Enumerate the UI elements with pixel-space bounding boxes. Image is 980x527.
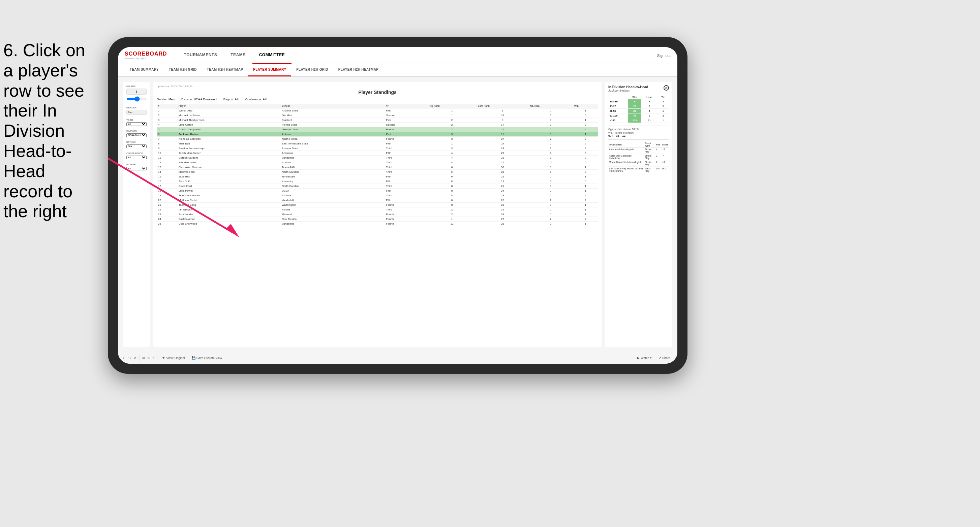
conference-select[interactable]: All SEC ACC [126,156,146,159]
table-row[interactable]: 15 Jake Hall Tennessee Fifth 6 22 1 1 [157,175,598,179]
t-name: Amer Am Intercollegiate [608,148,644,154]
cell-yr: Second [385,122,427,127]
cell-school: North Florida [280,137,385,141]
cell-win: 0 [573,113,598,118]
play-btn[interactable]: ▷ [148,356,150,360]
cell-school: Arizona State [280,146,385,151]
cell-conf-rank: 21 [477,184,529,189]
table-row[interactable]: 24 Bastien Amat New Mexico Fourth 1 27 2… [157,217,598,222]
circle-btn[interactable]: ○ [153,356,154,360]
cell-school: Stanford [280,118,385,122]
table-row[interactable]: 23 Jack Lundin Missouri Fourth 11 24 1 1 [157,212,598,217]
table-row[interactable]: 8 Mats Ege East Tennessee State Fifth 1 … [157,141,598,146]
cell-player: Jack Lundin [177,212,280,217]
save-custom-btn[interactable]: 💾 Save Custom View [190,356,224,360]
table-row[interactable]: 2 Michael La Sasse Ole Miss Second 1 18 … [157,113,598,118]
col-player: Player [177,104,280,108]
cell-rank: 24 [157,217,177,222]
t-score: -7 [661,154,669,160]
nav-tab-committee[interactable]: COMMITTEE [252,47,292,64]
undo-btn[interactable]: ↩ [123,356,126,360]
cell-no-rds: 2 [529,127,573,132]
table-scroll-area[interactable]: # Player School Yr Reg Rank Conf Rank No… [157,104,598,343]
cell-win: 1 [573,184,598,189]
h2h-range: >100 [608,118,628,123]
table-row[interactable]: 6 Jackson Koivun Auburn First 3 11 1 1 [157,132,598,137]
sub-tab-player-h2h-heatmap[interactable]: PLAYER H2H HEATMAP [333,63,383,76]
region-select[interactable]: N/A All [126,144,146,148]
cell-win: 0 [573,179,598,184]
cell-rank: 9 [157,146,177,151]
h2h-row: Top 10 8 3 2 [608,99,669,104]
sub-tab-team-h2h-heatmap[interactable]: TEAM H2H HEATMAP [202,63,248,76]
table-row[interactable]: 16 Alex Goff Kentucky Fifth 8 19 0 0 [157,179,598,184]
cell-player: Luke Powell [177,189,280,193]
watch-btn[interactable]: ▶ Watch ▾ [635,356,654,360]
cell-school: Arizona [280,193,385,198]
cell-rank: 23 [157,212,177,217]
cell-no-rds: 2 [529,217,573,222]
table-row[interactable]: 11 Gordon Sargent Vanderbilt Third 4 21 … [157,156,598,160]
nav-bar: SCOREBOARD Powered by clippi TOURNAMENTS… [118,47,678,64]
table-row[interactable]: 9 Preston Summerhays Arizona State Third… [157,146,598,151]
cell-rank: 16 [157,179,177,184]
center-area: Update time: 27/03/2024 16:56:26 Player … [153,82,601,347]
table-row[interactable]: 22 Ian Gilligan Florida Third 10 24 1 1 [157,208,598,212]
redo-btn[interactable]: ↪ [129,356,131,360]
cell-reg-rank: 4 [427,156,476,160]
refresh-btn[interactable]: ⟳ [134,356,137,360]
cell-rank: 19 [157,193,177,198]
cell-rank: 15 [157,175,177,179]
table-row[interactable]: 19 Tiger Christensen Arizona Third 8 23 … [157,193,598,198]
year-select[interactable]: All 2024 2023 [126,122,146,126]
table-row[interactable]: 1 Wenyi Ding Arizona State First 1 1 1 1 [157,108,598,113]
sub-tab-player-h2h-grid[interactable]: PLAYER H2H GRID [291,63,333,76]
h2h-win: 22 [628,109,641,113]
sub-tab-player-summary[interactable]: PLAYER SUMMARY [248,63,291,76]
share-btn[interactable]: ↗ Share [657,356,672,360]
cell-player: Taehoon Song [177,203,280,208]
tablet-screen: SCOREBOARD Powered by clippi TOURNAMENTS… [118,47,678,364]
table-row[interactable]: 18 Luke Powell UCLA First 8 24 1 1 [157,189,598,193]
save-custom-label: Save Custom View [196,356,222,360]
table-row[interactable]: 14 Maxwell Ford North Carolina Third 6 2… [157,170,598,175]
table-row[interactable]: 17 David Ford North Carolina Third 8 21 … [157,184,598,189]
sub-tab-team-h2h-grid[interactable]: TEAM H2H GRID [164,63,202,76]
cell-yr: Fourth [385,137,427,141]
player-select[interactable]: All [126,167,146,170]
table-row[interactable]: 3 Michael Thorbjornsen Stanford First 2 … [157,118,598,122]
h2h-tie: 5 [657,104,669,109]
table-row[interactable]: 13 Phichakun Maichon Texas A&M Third 6 3… [157,165,598,170]
table-row[interactable]: 25 Cole Sherwood Vanderbilt Fourth 12 23… [157,222,598,226]
table-row[interactable]: 20 Matthew Riedel Vanderbilt Fifth 8 26 … [157,198,598,203]
table-row[interactable]: 12 Brendan Valles Auburn Third 4 27 0 0 [157,160,598,165]
wl-label: W-L-T record in-division: [608,132,669,134]
table-row[interactable]: 7 Nicholas Gabrelcik North Florida Fourt… [157,137,598,141]
division-select[interactable]: NCAA Division I NCAA Division II [126,133,146,137]
cell-rank: 13 [157,165,177,170]
cell-player: Michael Thorbjornsen [177,118,280,122]
h2h-range: 26-50 [608,109,628,113]
view-original-btn[interactable]: 👁 View: Original [160,356,187,360]
close-h2h-button[interactable]: ✕ [663,85,669,90]
logo-powered: Powered by clippi [125,57,167,60]
sub-tab-team-summary[interactable]: TEAM SUMMARY [125,63,164,76]
table-row[interactable]: 5 Christo Lamprecht Georgia Tech Fourth … [157,127,598,132]
table-row[interactable]: 10 Jacob Mou-Olesen Arkansas Fifth 4 23 … [157,151,598,156]
cell-player: Michael La Sasse [177,113,280,118]
no-rds-number: 6 [135,90,137,93]
grid-btn[interactable]: ⊞ [142,356,145,360]
left-sidebar: No Rds. 6 Gender Men Year All 2024 2023 [123,82,150,347]
nav-tab-teams[interactable]: TEAMS [224,47,252,64]
no-rds-slider[interactable] [126,96,146,102]
cell-conf-rank: 21 [477,156,529,160]
nav-tab-tournaments[interactable]: TOURNAMENTS [177,47,224,64]
nav-right: Sign out [657,54,671,57]
table-row[interactable]: 4 Luke Claton Florida State Second 2 17 … [157,122,598,127]
cell-no-rds: 1 [529,175,573,179]
cell-reg-rank: 4 [427,160,476,165]
col-conf-rank: Conf Rank [477,104,529,108]
sign-out-link[interactable]: Sign out [657,54,671,57]
cell-no-rds: 1 [529,132,573,137]
table-row[interactable]: 21 Taehoon Song Washington Fourth 8 23 1… [157,203,598,208]
